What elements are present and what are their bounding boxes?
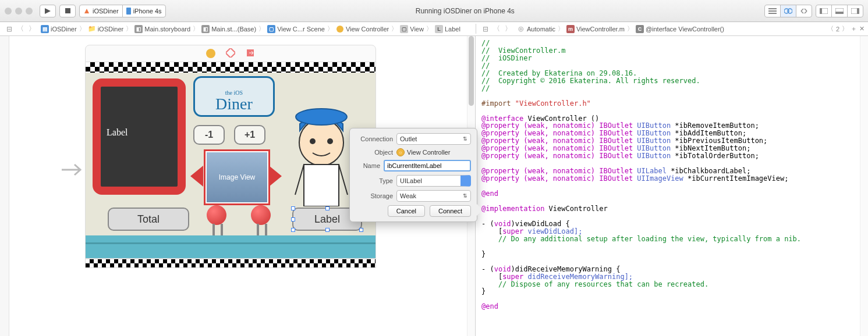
editor-mode-segmented: [764, 5, 812, 17]
run-button[interactable]: [40, 5, 56, 17]
minus-button[interactable]: -1: [193, 125, 225, 145]
jb-scene[interactable]: ▢View C...r Scene: [266, 25, 326, 33]
chevron-updown-icon: ⇅: [463, 136, 467, 142]
device-label: iPhone 4s: [133, 8, 162, 15]
editor-scrollbar[interactable]: [860, 36, 868, 336]
jb-base[interactable]: ◧Main.st...(Base): [200, 25, 257, 33]
connection-select[interactable]: Outlet⇅: [396, 133, 471, 145]
name-input[interactable]: [384, 160, 471, 171]
outlet-connection-popover: Connection Outlet⇅ Object ○View Controll…: [349, 128, 477, 222]
image-view-placeholder[interactable]: Image View: [206, 151, 268, 203]
svg-rect-22: [304, 165, 339, 206]
xcode-toolbar: iOSDiner iPhone 4s Running iOSDiner on i…: [0, 0, 868, 22]
add-assistant-icon[interactable]: ＋: [851, 24, 857, 33]
left-panel-icon[interactable]: [816, 5, 832, 17]
chevron-updown-icon: ⇅: [463, 193, 467, 199]
svg-rect-16: [226, 48, 235, 58]
chalkboard-label: Label: [101, 87, 178, 138]
jb-label[interactable]: LLabel: [434, 25, 462, 33]
close-assistant-icon[interactable]: ✕: [859, 25, 865, 33]
next-arrow-icon[interactable]: [269, 166, 282, 187]
cancel-button[interactable]: Cancel: [388, 205, 425, 217]
first-responder-icon[interactable]: [226, 48, 235, 59]
svg-rect-11: [820, 8, 822, 14]
type-label: Type: [356, 177, 393, 184]
name-label: Name: [356, 162, 380, 169]
jb-automatic[interactable]: ◎Automatic: [516, 25, 557, 33]
jump-bar-right: ⊟ 〈 〉 ◎Automatic〉 mViewController.m〉 C@i…: [476, 24, 868, 34]
svg-rect-1: [65, 8, 70, 13]
type-select[interactable]: UILabel: [396, 175, 471, 187]
destination-selector[interactable]: iPhone 4s: [122, 5, 166, 17]
version-editor-icon[interactable]: [796, 5, 812, 17]
connect-button[interactable]: Connect: [430, 205, 471, 217]
svg-point-21: [327, 138, 333, 144]
close-dot[interactable]: [5, 8, 12, 15]
checker-bottom: [85, 259, 376, 268]
counterpart-prev-icon[interactable]: 〈: [827, 24, 834, 33]
svg-marker-0: [45, 8, 51, 14]
svg-rect-13: [835, 12, 844, 14]
standard-editor-icon[interactable]: [764, 5, 781, 17]
panel-toggle-segmented: [816, 5, 863, 17]
svg-rect-4: [126, 8, 131, 15]
stop-button[interactable]: [59, 5, 76, 17]
diner-sign: the iOSDiner: [193, 76, 275, 117]
scene-dock[interactable]: [85, 45, 376, 62]
checker-top: [85, 62, 376, 73]
storyboard-scene[interactable]: Label the iOSDiner -1 +1 Image View Tota…: [85, 45, 376, 268]
svg-rect-5: [768, 8, 777, 9]
counterpart-count: 2: [836, 26, 839, 33]
forward-icon[interactable]: 〉: [27, 24, 37, 34]
back-icon-r[interactable]: 〈: [491, 24, 502, 34]
outline-ruler: [0, 36, 9, 336]
object-value: ○View Controller: [396, 148, 471, 156]
jump-bar: ⊟ 〈 〉 ▤iOSDiner〉 📁iOSDiner〉 ◧Main.storyb…: [0, 22, 868, 36]
jb-scope[interactable]: C@interface ViewController(): [635, 25, 725, 33]
counterpart-next-icon[interactable]: 〉: [842, 24, 848, 33]
svg-point-19: [296, 109, 347, 125]
related-items-icon[interactable]: ⊟: [5, 25, 14, 33]
svg-point-9: [788, 9, 792, 13]
device-icon: [126, 8, 131, 15]
jump-bar-left: ⊟ 〈 〉 ▤iOSDiner〉 📁iOSDiner〉 ◧Main.storyb…: [0, 24, 476, 34]
svg-rect-15: [857, 8, 859, 14]
related-items-icon-r[interactable]: ⊟: [481, 25, 490, 33]
storage-select[interactable]: Weak⇅: [396, 190, 471, 202]
svg-rect-7: [768, 13, 777, 14]
jb-vc[interactable]: View Controller: [335, 25, 390, 33]
jb-file[interactable]: mViewController.m: [565, 25, 626, 33]
chef-illustration: [284, 96, 359, 206]
bottom-panel-icon[interactable]: [831, 5, 848, 17]
zoom-dot[interactable]: [26, 8, 33, 15]
exit-icon[interactable]: [246, 48, 255, 59]
minimize-dot[interactable]: [15, 8, 22, 15]
label-text: Label: [314, 213, 340, 226]
assistant-editor-icon[interactable]: [780, 5, 796, 17]
source-editor[interactable]: // // ViewController.m // iOSDiner // //…: [476, 36, 868, 336]
forward-icon-r[interactable]: 〉: [503, 24, 513, 34]
jb-storyboard[interactable]: ◧Main.storyboard: [133, 25, 192, 33]
svg-point-20: [310, 138, 316, 144]
prev-arrow-icon[interactable]: [190, 166, 203, 187]
activity-title: Running iOSDiner on iPhone 4s: [169, 7, 761, 15]
vc-dock-icon[interactable]: [206, 49, 215, 58]
jb-view[interactable]: ▢View: [399, 25, 425, 33]
app-icon: [83, 8, 90, 15]
chalkboard[interactable]: Label: [93, 78, 186, 195]
svg-rect-6: [768, 10, 777, 12]
right-panel-icon[interactable]: [847, 5, 863, 17]
jb-project[interactable]: ▤iOSDiner: [40, 25, 78, 33]
jb-folder[interactable]: 📁iOSDiner: [87, 25, 125, 33]
scheme-selector[interactable]: iOSDiner: [79, 5, 123, 17]
object-label: Object: [356, 149, 393, 156]
stool-2: [251, 205, 271, 225]
entry-point-arrow: [62, 161, 85, 178]
scheme-label: iOSDiner: [93, 8, 119, 15]
stool-1: [207, 205, 226, 225]
total-button[interactable]: Total: [108, 208, 189, 231]
interface-builder-canvas[interactable]: Label the iOSDiner -1 +1 Image View Tota…: [0, 36, 476, 336]
plus-button[interactable]: +1: [234, 125, 265, 145]
window-controls: [5, 8, 33, 15]
back-icon[interactable]: 〈: [15, 24, 26, 34]
